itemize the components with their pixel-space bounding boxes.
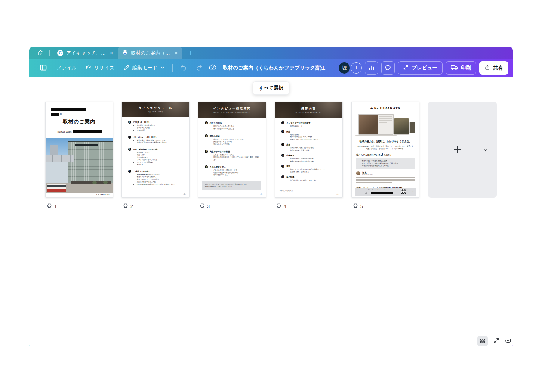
section-number-badge: 3 [281, 143, 284, 146]
section-title: 写真・動画撮影（30〜35分） [133, 148, 185, 151]
doc-body: 1インタビュー中の会話風景自然な会話シーン2商品商品の全体像質感や特徴が分かるア… [275, 118, 342, 182]
section-bullets: 商品アイデアや打ち合わせ内容を記録したノート企画書、資料、試作品など [286, 168, 339, 173]
sidebar-panel-icon [40, 64, 47, 72]
section-bullets: 自然な会話シーン [286, 125, 339, 128]
undo-button[interactable] [176, 61, 191, 75]
document-title[interactable]: 取材のご案内（くらわんかファブリック富江様_202... [223, 65, 335, 71]
section-number-badge: 2 [128, 136, 131, 139]
chevron-down-icon[interactable] [483, 147, 489, 155]
add-page-card[interactable] [428, 102, 497, 198]
section-bullets: Re:HIRAKATAを知ったきっかけ取材を受ける前のお気持ち商品・サービスにつ… [133, 174, 185, 186]
close-tab-icon[interactable]: × [110, 50, 113, 56]
bullet-item: 枚方での思い出や感じたこと [213, 128, 262, 130]
about-description: Re:HIRAKATAは、枚方で活動する人・商品・サービスに光を当て、背景にある… [357, 145, 414, 150]
toolbar-right-group: 堀 + プレビュー [339, 61, 508, 75]
tab-interview-guide[interactable]: 取材のご案内（くら... × [118, 47, 182, 59]
assistant-button[interactable] [505, 337, 512, 345]
edit-mode-label: 編集モード [132, 65, 158, 71]
redo-button[interactable] [192, 61, 206, 75]
grid-view-button[interactable] [477, 336, 488, 346]
cover-client-line: 様 [51, 113, 62, 116]
sky-bridge [46, 155, 74, 162]
doc-header-subtitle: 以下のように撮影を進める予定です。 [275, 112, 342, 113]
user-avatar[interactable]: 堀 [339, 62, 350, 74]
page-number: 4 [284, 204, 286, 209]
toolbar-left-group: ファイル リサイズ 編集モード [36, 61, 213, 75]
page-thumbnail-3[interactable]: インタビュー想定質問 商品やサービス、地域への思いをお聞かせください。 1枚方と… [198, 102, 266, 198]
bullet-item: 店内の雰囲気、営業中の様子 [290, 149, 339, 152]
file-menu-button[interactable]: ファイル [52, 62, 80, 74]
printer-icon[interactable] [47, 203, 52, 209]
bullet-item: 地域資産の価値を長期的に育てる視点 [362, 165, 412, 167]
close-tab-icon[interactable]: × [174, 50, 178, 56]
redo-icon [196, 64, 203, 72]
bullet-item: 自然な会話の中で写真・動画撮影も兼ねる [137, 141, 185, 144]
printer-icon[interactable] [200, 203, 205, 209]
insights-button[interactable] [365, 61, 378, 75]
cover-name-suffix: 様 [60, 113, 62, 116]
print-truck-icon [451, 65, 458, 71]
sidebar-toggle-button[interactable] [36, 61, 51, 75]
section-bullets: 商品全体・アップ店内・外観店員の仕事風景ノート・資料・サンプルなどアイキャッチ動… [133, 152, 185, 166]
resize-label: リサイズ [94, 65, 114, 71]
section-title: 仕事風景 [286, 154, 339, 157]
section-bullets: 作業中の様子、手元の作業や道具事業の雰囲気が伝わる自然な写真 [286, 158, 339, 162]
profile-avatar [356, 171, 360, 175]
page-thumbnail-1[interactable]: 様 取材のご案内 【取材日】2025年 [45, 102, 113, 198]
tab-eyecatch[interactable]: C アイキャッチ、挿入... × [53, 47, 118, 59]
about-headline: 地域の魅力を、誠実に、わかりやすく伝える。 [352, 140, 419, 143]
edit-mode-button[interactable]: 編集モード [120, 62, 169, 75]
doc-section: 3写真・動画撮影（30〜35分）商品全体・アップ店内・外観店員の仕事風景ノート・… [133, 148, 185, 166]
doc-section: 4ご感想（5〜10分）Re:HIRAKATAを知ったきっかけ取材を受ける前のお気… [133, 170, 185, 186]
file-menu-label: ファイル [56, 65, 77, 71]
fullscreen-button[interactable] [493, 337, 499, 345]
home-button[interactable] [36, 48, 46, 58]
add-collaborator-button[interactable]: + [351, 62, 362, 74]
section-number-badge: 4 [205, 165, 208, 168]
preview-button[interactable]: プレビュー [398, 61, 443, 75]
resize-button[interactable]: リサイズ [82, 62, 118, 74]
link-icon [365, 189, 367, 196]
section-number-badge: 4 [281, 154, 284, 157]
page-thumbnail-4[interactable]: 撮影内容 以下のように撮影を進める予定です。 1インタビュー中の会話風景自然な会… [275, 102, 343, 198]
select-all-button[interactable]: すべて選択 [253, 81, 289, 95]
printer-icon[interactable] [123, 203, 128, 209]
bullet-item: 枚方ならではの魅力をどう活かしているか〈素材、製法、立地など〉 [213, 156, 262, 161]
comment-bubble-icon [385, 64, 391, 72]
doc-body: 1ご挨拶（5〜10分）自己紹介（名刺交換含む）当日の流れの説明ご質問対応2インタ… [122, 117, 189, 186]
chevron-down-icon [160, 65, 165, 71]
website-url: https://re-hirakata.com/ [368, 189, 384, 191]
comments-button[interactable] [381, 61, 395, 75]
printer-icon[interactable] [276, 203, 281, 209]
bar-chart-icon [368, 64, 375, 72]
doc-header: 撮影内容 以下のように撮影を進める予定です。 [275, 102, 342, 118]
page-thumbnail-2[interactable]: タイムスケジュール ＜目安：2時間〜2時間半＞ 1ご挨拶（5〜10分）自己紹介（… [121, 102, 190, 198]
section-bullets: 事業の背景、製品の特徴、思いなどを聞く自然な会話の中で写真・動画撮影も兼ねる [133, 139, 185, 144]
page-number: 3 [207, 204, 210, 209]
doc-header: タイムスケジュール ＜目安：2時間〜2時間半＞ [122, 102, 189, 117]
share-button[interactable]: 共有 [479, 61, 508, 75]
doc-header-title: タイムスケジュール [122, 106, 189, 110]
page-thumbnail-5[interactable]: ♣ Re:HIRAKATA 地域の魅力を、誠実に、わかりやすく伝える。 Re:H… [351, 102, 419, 198]
section-number-badge: 3 [205, 150, 208, 153]
values-box: 取材先の想いや文脈を尊重した編集写真・文章ともに過度な演出を避けた、誠実な表現地… [356, 158, 415, 169]
new-tab-button[interactable]: + [185, 48, 196, 58]
section-number-badge: 1 [281, 121, 284, 124]
phone-mockup [409, 122, 415, 133]
tab-label: アイキャッチ、挿入... [66, 50, 107, 56]
printer-icon[interactable] [353, 203, 358, 209]
cover-date-line: 【取材日】2025年 [46, 130, 113, 133]
interview-note-box: ※言いたくないことは、無理にお答えいただく必要はありません。 ※原稿は用意せず、… [202, 181, 261, 190]
toolbar-divider [172, 64, 173, 72]
undo-icon [180, 64, 187, 72]
section-title: インタビュー（30〜35分） [133, 136, 185, 139]
redacted-text-bar [51, 108, 86, 111]
bullet-item: ご質問対応 [137, 129, 185, 132]
doc-section: 3店舗店舗の外観、看板、周辺の雰囲気店内の雰囲気、営業中の様子 [286, 143, 339, 152]
canva-window: C アイキャッチ、挿入... × 取材のご案内（くら... × + [29, 47, 513, 347]
section-title: 商品 [286, 130, 339, 133]
home-icon [37, 49, 44, 57]
share-label: 共有 [493, 65, 503, 71]
add-page-plus-icon[interactable] [454, 146, 461, 153]
print-button[interactable]: 印刷 [446, 61, 476, 75]
